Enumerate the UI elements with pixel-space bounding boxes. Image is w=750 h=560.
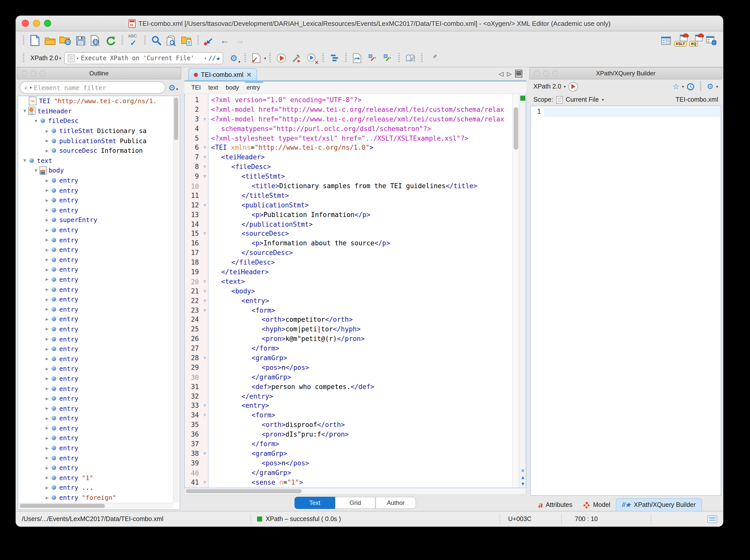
outline-row[interactable]: ▶entry (18, 264, 180, 275)
expand-arrow-icon[interactable]: ▶ (43, 267, 51, 272)
outline-row[interactable]: ▶entry (18, 314, 180, 324)
fold-toggle-icon[interactable]: ▽ (200, 279, 209, 284)
fold-toggle-icon[interactable]: ▽ (200, 164, 209, 169)
outline-row[interactable]: ▶entry (18, 403, 180, 413)
code-line[interactable]: 21▽<body> (185, 286, 512, 296)
outline-row[interactable]: ▶entry (18, 324, 180, 334)
outline-row[interactable]: ▶entry (18, 354, 180, 364)
configure-transformation-button[interactable] (289, 51, 304, 65)
xpath-panel-header[interactable]: XPath/XQuery Builder (529, 67, 722, 79)
outline-tree[interactable]: TEITEI"http://www.tei-c.org/ns/1.▼teiHea… (18, 96, 180, 510)
expand-arrow-icon[interactable]: ▶ (43, 336, 51, 341)
code-line[interactable]: 11</titleStmt> (185, 191, 512, 200)
code-line[interactable]: 10<title>Dictionary samples from the TEI… (185, 181, 512, 191)
outline-row[interactable]: ▶entry (18, 284, 180, 295)
expand-arrow-icon[interactable]: ▶ (43, 426, 51, 431)
database-perspective-button[interactable] (704, 33, 719, 47)
fold-toggle-icon[interactable]: ▽ (200, 356, 209, 360)
expand-arrow-icon[interactable]: ▶ (43, 386, 51, 391)
expand-arrow-icon[interactable]: ▶ (43, 227, 51, 233)
validate-button[interactable]: ✓ (249, 51, 264, 65)
prev-marker-button[interactable]: ▲ (520, 475, 525, 480)
code-line[interactable]: 24<orth>competitor</orth> (185, 315, 512, 324)
expand-arrow-icon[interactable]: ▶ (43, 366, 51, 371)
outline-row[interactable]: ▶entry (18, 394, 180, 403)
code-line[interactable]: 38▽<gramGrp> (185, 449, 512, 458)
code-line[interactable]: 14</publicationStmt> (185, 219, 512, 229)
expand-arrow-icon[interactable]: ▶ (43, 455, 51, 460)
code-line[interactable]: 23▽<form> (185, 305, 512, 315)
xpath-version-dropdown[interactable]: XPath 2.0 (31, 55, 58, 62)
expand-arrow-icon[interactable]: ▶ (43, 188, 51, 193)
close-icon[interactable]: ✕ (521, 468, 525, 474)
open-url-button[interactable] (58, 33, 73, 47)
fold-toggle-icon[interactable]: ▽ (200, 203, 209, 207)
expand-arrow-icon[interactable]: ▶ (43, 208, 51, 213)
outline-row[interactable]: ▶entry (18, 185, 180, 195)
pin-red-button[interactable] (365, 51, 380, 65)
expand-arrow-icon[interactable]: ▶ (43, 307, 51, 312)
scrollbar-thumb[interactable] (174, 98, 178, 140)
xpath-expression-editor[interactable]: 1 (530, 106, 721, 496)
code-line[interactable]: 34▽<form> (185, 411, 512, 420)
run-xpath-button[interactable] (568, 82, 578, 91)
expand-arrow-icon[interactable]: ▶ (43, 138, 51, 143)
outline-vertical-scrollbar[interactable] (173, 97, 179, 503)
fold-toggle-icon[interactable]: ▽ (200, 155, 209, 160)
fold-toggle-icon[interactable]: ▽ (200, 413, 209, 418)
minimize-window-button[interactable] (33, 20, 40, 27)
outline-row[interactable]: ▶entry (18, 344, 180, 354)
editor-perspective-button[interactable] (658, 33, 674, 47)
expand-arrow-icon[interactable]: ▶ (43, 257, 51, 262)
code-line[interactable]: 15▽<sourceDesc> (185, 229, 512, 239)
outline-row[interactable]: ▶entry... (18, 483, 180, 493)
collapse-arrow-icon[interactable]: ▼ (33, 118, 39, 123)
outline-row[interactable]: ▶entry (18, 255, 180, 264)
expand-arrow-icon[interactable]: ▶ (43, 326, 51, 332)
code-line[interactable]: 32</entry> (185, 391, 512, 401)
collapse-arrow-icon[interactable]: ▼ (21, 158, 28, 163)
find-resource-button[interactable] (179, 33, 194, 47)
breadcrumb-item-TEI[interactable]: TEI (191, 84, 201, 91)
code-line[interactable]: 22▽<entry> (185, 296, 512, 305)
fold-toggle-icon[interactable]: ▽ (200, 298, 209, 303)
outline-row[interactable]: ▶entry (18, 205, 180, 215)
expand-arrow-icon[interactable]: ▶ (43, 277, 51, 282)
code-line[interactable]: 2<?xml-model href="http://www.tei-c.org/… (185, 105, 512, 114)
prev-editor-button[interactable]: ◁ (499, 70, 503, 77)
pin-green-button[interactable] (380, 51, 395, 65)
xml-refactoring-button[interactable] (350, 51, 365, 65)
outline-row[interactable]: ▼fileDesc (18, 116, 180, 126)
tab-tei-combo[interactable]: TEI-combo.xml ✕ (188, 68, 257, 80)
outline-row[interactable]: ▶entry (18, 235, 180, 245)
outline-row[interactable]: ▶entry (18, 443, 180, 453)
expand-arrow-icon[interactable]: ▶ (43, 346, 51, 351)
xslt-debugger-button[interactable]: XSLT (674, 33, 689, 47)
fold-toggle-icon[interactable]: ▽ (200, 117, 209, 121)
jump-last-edit-button[interactable]: ↙✱ (202, 33, 217, 47)
outline-row[interactable]: ▶sourceDescInformation (18, 146, 180, 156)
expand-arrow-icon[interactable]: ▶ (43, 376, 51, 381)
favorites-button[interactable]: ☆ (673, 82, 679, 91)
code-line[interactable]: 40</gramGrp> (185, 468, 512, 477)
code-line[interactable]: 39<pos>n</pos> (185, 458, 512, 468)
zoom-window-button[interactable] (44, 20, 51, 27)
element-filter-input[interactable]: ⌕ ▾ Element name filter (20, 81, 165, 94)
expand-arrow-icon[interactable]: ▶ (43, 287, 51, 292)
debug-transformation-button[interactable]: ✕ (304, 51, 319, 65)
editor-vertical-scrollbar[interactable] (512, 94, 519, 488)
code-line[interactable]: 17</sourceDesc> (185, 248, 512, 258)
breadcrumb-item-entry[interactable]: entry (246, 84, 260, 91)
outline-editor-splitter[interactable] (181, 67, 184, 511)
outline-row[interactable]: ▶entry (18, 275, 180, 284)
next-editor-button[interactable]: ▷ (507, 70, 512, 77)
expand-arrow-icon[interactable]: ▶ (43, 297, 51, 302)
fold-toggle-icon[interactable]: ▽ (200, 289, 209, 294)
code-line[interactable]: 6▽<TEI xmlns="http://www.tei-c.org/ns/1.… (185, 143, 512, 153)
panel-tab-attributes[interactable]: aAttributes (532, 499, 578, 511)
history-button[interactable] (687, 83, 694, 90)
outline-row[interactable]: ▶entry (18, 334, 180, 344)
editor-list-button[interactable] (515, 70, 522, 77)
code-line[interactable]: 18</fileDesc> (185, 258, 512, 267)
code-line[interactable]: 33▽<entry> (185, 401, 512, 411)
